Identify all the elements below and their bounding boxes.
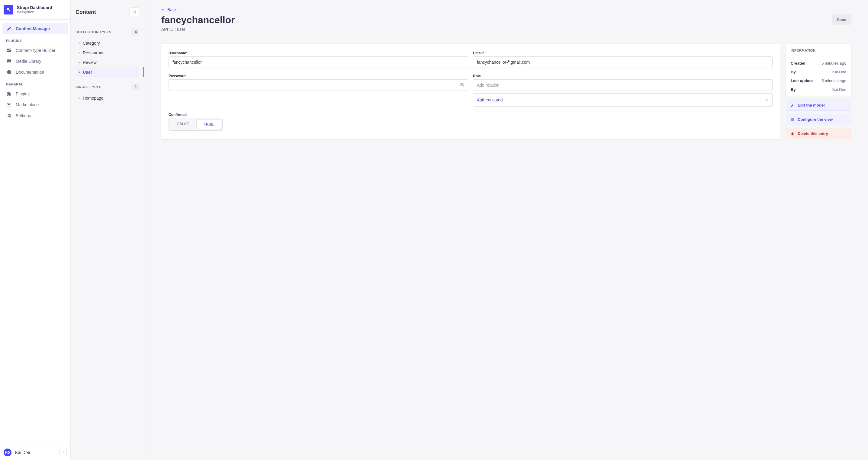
created-by-value: Kai Doe xyxy=(832,70,846,74)
caret-down-icon xyxy=(766,84,769,87)
close-icon xyxy=(765,98,769,101)
app-subtitle: Workplace xyxy=(17,10,52,14)
arrow-left-icon xyxy=(161,8,165,11)
role-select[interactable]: Add relation xyxy=(473,79,773,91)
edit-model-button[interactable]: Edit the model xyxy=(786,100,851,111)
trash-icon xyxy=(790,132,795,136)
email-field-group: Email* xyxy=(473,51,773,68)
password-input[interactable] xyxy=(168,79,468,91)
pencil-square-icon xyxy=(6,26,12,32)
remove-relation-button[interactable] xyxy=(765,97,769,103)
content-subnav: Content COLLECTION TYPES 4 Category Rest… xyxy=(71,0,144,460)
nav-media-library[interactable]: Media Library xyxy=(2,56,68,67)
single-types-header: SINGLE TYPES xyxy=(75,85,101,89)
strapi-logo-icon xyxy=(4,5,13,14)
collection-count-badge: 4 xyxy=(132,29,139,35)
confirmed-label: Confirmed xyxy=(168,112,468,117)
updated-value: 5 minutes ago xyxy=(822,78,846,83)
role-placeholder: Add relation xyxy=(477,83,499,88)
chevron-left-icon xyxy=(62,451,65,454)
svg-text:i: i xyxy=(9,71,10,74)
nav-settings[interactable]: Settings xyxy=(2,110,68,121)
user-avatar[interactable]: KD xyxy=(4,449,11,456)
user-name: Kai Doe xyxy=(15,450,30,455)
nav-section-plugins: PLUGINS xyxy=(2,34,68,45)
search-button[interactable] xyxy=(130,7,139,17)
nav-label: Marketplace xyxy=(16,102,39,107)
nav-label: Settings xyxy=(16,113,31,118)
api-id: API ID : user xyxy=(161,27,235,32)
svg-rect-1 xyxy=(9,10,10,11)
pencil-icon xyxy=(790,103,795,107)
svg-point-4 xyxy=(133,10,135,13)
nav-label: Content-Type Builder xyxy=(16,48,56,53)
confirmed-false-button[interactable]: FALSE xyxy=(170,120,196,129)
created-label: Created xyxy=(791,61,805,66)
information-card: INFORMATION Created5 minutes ago ByKai D… xyxy=(786,44,851,97)
collection-restaurant[interactable]: Restaurant xyxy=(75,48,139,58)
nav-label: Documentation xyxy=(16,70,44,74)
email-label: Email* xyxy=(473,51,773,55)
updated-by-label: By xyxy=(791,87,796,92)
nav-label: Content Manager xyxy=(16,26,50,31)
info-icon: i xyxy=(6,69,12,75)
eye-off-icon[interactable] xyxy=(460,83,465,88)
gear-icon xyxy=(6,112,12,119)
info-header: INFORMATION xyxy=(791,48,846,56)
page-title: fancychancellor xyxy=(161,14,235,26)
edit-model-label: Edit the model xyxy=(798,103,825,107)
confirmed-true-button[interactable]: TRUE xyxy=(196,120,221,129)
image-icon xyxy=(6,58,12,64)
role-field-group: Role Add relation Authenticated xyxy=(473,74,773,106)
nav-section-general: GENERAL xyxy=(2,77,68,89)
nav-content-manager[interactable]: Content Manager xyxy=(2,23,68,34)
delete-entry-button[interactable]: Delete this entry xyxy=(786,128,851,139)
sidebar-footer: KD Kai Doe xyxy=(0,445,70,460)
password-label: Password xyxy=(168,74,468,78)
created-value: 5 minutes ago xyxy=(822,61,846,66)
primary-sidebar: Strapi Dashboard Workplace Content Manag… xyxy=(0,0,71,460)
username-input[interactable] xyxy=(168,57,468,68)
save-button[interactable]: Save xyxy=(832,14,851,25)
primary-nav: Content Manager PLUGINS Content-Type Bui… xyxy=(0,20,70,445)
puzzle-icon xyxy=(6,91,12,97)
svg-line-5 xyxy=(135,13,136,14)
collection-review[interactable]: Review xyxy=(75,58,139,67)
role-relation-tag: Authenticated xyxy=(473,93,773,106)
brand-header: Strapi Dashboard Workplace xyxy=(0,0,70,20)
sidebar-collapse-button[interactable] xyxy=(60,449,67,456)
role-relation-value[interactable]: Authenticated xyxy=(477,98,503,102)
svg-rect-0 xyxy=(7,8,9,10)
cart-icon xyxy=(6,102,12,108)
single-count-badge: 1 xyxy=(132,84,139,90)
main-content: Back fancychancellor API ID : user Save … xyxy=(144,0,868,460)
list-icon xyxy=(790,118,795,122)
collection-user[interactable]: User xyxy=(75,67,139,77)
layout-icon xyxy=(6,47,12,54)
back-label: Back xyxy=(167,7,177,12)
email-input[interactable] xyxy=(473,57,773,68)
collection-category[interactable]: Category xyxy=(75,38,139,48)
password-field-group: Password xyxy=(168,74,468,106)
single-homepage[interactable]: Homepage xyxy=(75,93,139,103)
form-card: Username* Email* Password xyxy=(161,44,780,139)
nav-marketplace[interactable]: Marketplace xyxy=(2,99,68,110)
side-column: INFORMATION Created5 minutes ago ByKai D… xyxy=(786,44,851,139)
username-field-group: Username* xyxy=(168,51,468,68)
subnav-title: Content xyxy=(75,9,96,15)
role-label: Role xyxy=(473,74,773,78)
collection-types-header: COLLECTION TYPES xyxy=(75,30,112,34)
created-by-label: By xyxy=(791,70,796,74)
nav-label: Plugins xyxy=(16,92,30,96)
confirmed-toggle: FALSE TRUE xyxy=(168,118,223,131)
app-title: Strapi Dashboard xyxy=(17,5,52,10)
nav-plugins[interactable]: Plugins xyxy=(2,89,68,99)
back-link[interactable]: Back xyxy=(161,7,177,12)
delete-entry-label: Delete this entry xyxy=(798,131,828,136)
configure-view-label: Configure the view xyxy=(798,117,833,122)
nav-documentation[interactable]: i Documentation xyxy=(2,67,68,77)
nav-content-type-builder[interactable]: Content-Type Builder xyxy=(2,45,68,56)
updated-by-value: Kai Doe xyxy=(832,87,846,92)
search-icon xyxy=(132,10,136,14)
configure-view-button[interactable]: Configure the view xyxy=(786,114,851,125)
